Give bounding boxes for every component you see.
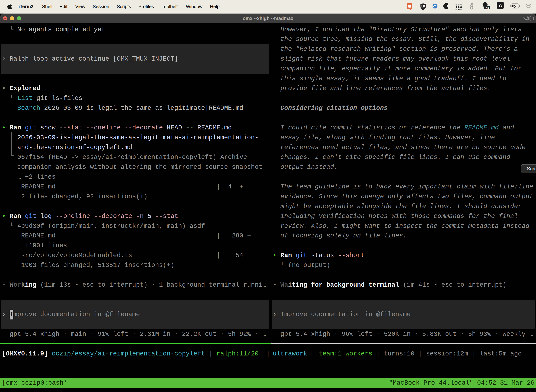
svg-text:1: 1: [532, 16, 534, 21]
svg-text:..61: ..61: [485, 6, 489, 9]
